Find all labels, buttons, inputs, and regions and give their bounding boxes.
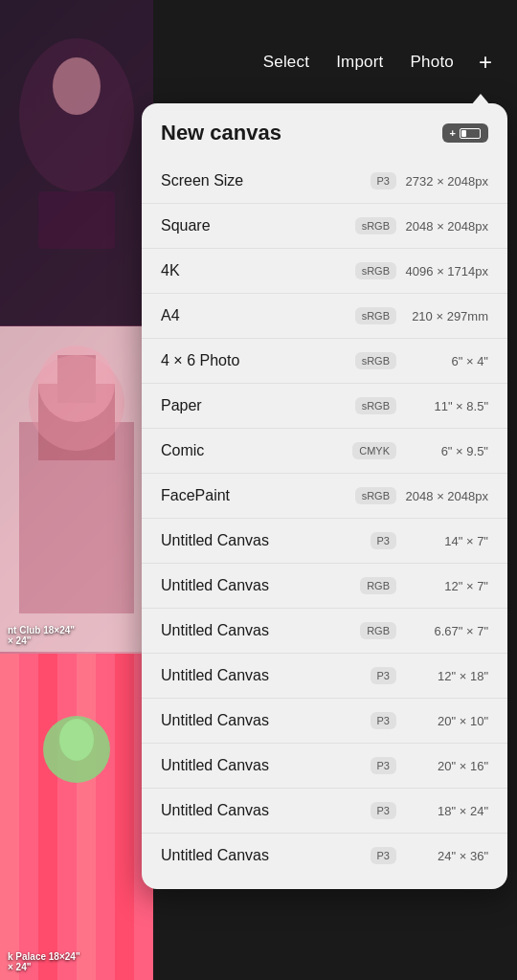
canvas-item-name: Untitled Canvas xyxy=(161,622,360,639)
canvas-item-tags: sRGB210 × 297mm xyxy=(355,307,488,324)
canvas-item-name: Untitled Canvas xyxy=(161,532,371,549)
canvas-list-item[interactable]: Untitled CanvasP324" × 36" xyxy=(142,834,507,878)
canvas-dimensions: 12" × 7" xyxy=(402,579,488,593)
color-space-badge: RGB xyxy=(360,622,396,639)
canvas-dimensions: 6" × 4" xyxy=(402,354,488,368)
canvas-item-name: Untitled Canvas xyxy=(161,757,371,774)
color-space-badge: sRGB xyxy=(355,352,396,369)
gallery-thumb-3[interactable]: k Palace 18×24"× 24" xyxy=(0,654,153,980)
photo-button[interactable]: Photo xyxy=(399,45,465,79)
dropdown-arrow xyxy=(471,94,490,105)
canvas-item-tags: P320" × 10" xyxy=(371,712,488,729)
svg-point-16 xyxy=(59,719,94,761)
thumb-label-3: k Palace 18×24"× 24" xyxy=(8,951,80,972)
canvas-list-item[interactable]: Untitled CanvasP320" × 16" xyxy=(142,744,507,789)
canvas-list-item[interactable]: 4KsRGB4096 × 1714px xyxy=(142,249,507,294)
canvas-item-tags: sRGB2048 × 2048px xyxy=(355,217,488,234)
color-space-badge: sRGB xyxy=(355,307,396,324)
color-space-badge: P3 xyxy=(371,532,396,549)
svg-rect-13 xyxy=(77,654,96,980)
canvas-item-tags: sRGB2048 × 2048px xyxy=(355,487,488,504)
canvas-item-name: Comic xyxy=(161,442,352,459)
select-button[interactable]: Select xyxy=(252,45,321,79)
canvas-item-name: Untitled Canvas xyxy=(161,577,360,594)
color-space-badge: P3 xyxy=(371,802,396,819)
canvas-dimensions: 4096 × 1714px xyxy=(402,264,488,278)
canvas-list-item[interactable]: Untitled CanvasP318" × 24" xyxy=(142,789,507,834)
color-space-badge: P3 xyxy=(371,667,396,684)
canvas-list-item[interactable]: Screen SizeP32732 × 2048px xyxy=(142,159,507,204)
canvas-dimensions: 6" × 9.5" xyxy=(402,444,488,458)
canvas-item-name: Untitled Canvas xyxy=(161,667,371,684)
svg-rect-14 xyxy=(115,654,134,980)
gallery-background: nt Club 18×24"× 24" k Palace 18×24"× 24" xyxy=(0,0,153,980)
canvas-item-name: A4 xyxy=(161,307,355,324)
canvas-list-item[interactable]: A4sRGB210 × 297mm xyxy=(142,294,507,339)
canvas-dimensions: 20" × 10" xyxy=(402,714,488,728)
canvas-item-name: Paper xyxy=(161,397,355,414)
canvas-item-tags: sRGB4096 × 1714px xyxy=(355,262,488,279)
canvas-dimensions: 14" × 7" xyxy=(402,534,488,548)
canvas-list-item[interactable]: ComicCMYK6" × 9.5" xyxy=(142,429,507,474)
battery-indicator: + xyxy=(442,123,488,143)
canvas-dimensions: 11" × 8.5" xyxy=(402,399,488,413)
canvas-dimensions: 24" × 36" xyxy=(402,849,488,863)
canvas-dimensions: 6.67" × 7" xyxy=(402,624,488,638)
add-canvas-button[interactable]: + xyxy=(469,41,502,83)
canvas-item-name: Square xyxy=(161,217,355,234)
canvas-item-tags: sRGB6" × 4" xyxy=(355,352,488,369)
canvas-item-tags: CMYK6" × 9.5" xyxy=(352,442,488,459)
color-space-badge: RGB xyxy=(360,577,396,594)
canvas-dimensions: 20" × 16" xyxy=(402,759,488,773)
canvas-dimensions: 18" × 24" xyxy=(402,804,488,818)
color-space-badge: sRGB xyxy=(355,262,396,279)
import-button[interactable]: Import xyxy=(325,45,394,79)
color-space-badge: sRGB xyxy=(355,487,396,504)
canvas-dimensions: 2732 × 2048px xyxy=(402,174,488,189)
canvas-item-name: FacePaint xyxy=(161,487,355,504)
color-space-badge: P3 xyxy=(371,847,396,864)
svg-rect-11 xyxy=(0,654,19,980)
color-space-badge: P3 xyxy=(371,712,396,729)
canvas-item-name: Untitled Canvas xyxy=(161,712,371,729)
thumb-label-2: nt Club 18×24"× 24" xyxy=(8,625,75,646)
canvas-item-name: Untitled Canvas xyxy=(161,847,371,864)
canvas-item-tags: P314" × 7" xyxy=(371,532,488,549)
canvas-list-item[interactable]: Untitled CanvasRGB6.67" × 7" xyxy=(142,609,507,654)
canvas-item-name: 4 × 6 Photo xyxy=(161,352,355,369)
svg-rect-2 xyxy=(38,191,115,249)
canvas-item-tags: P324" × 36" xyxy=(371,847,488,864)
canvas-item-tags: sRGB11" × 8.5" xyxy=(355,397,488,414)
svg-point-9 xyxy=(38,345,115,422)
canvas-dimensions: 210 × 297mm xyxy=(402,309,488,323)
color-space-badge: sRGB xyxy=(355,217,396,234)
battery-body xyxy=(460,128,481,139)
canvas-list-item[interactable]: 4 × 6 PhotosRGB6" × 4" xyxy=(142,339,507,384)
header: Select Import Photo + xyxy=(0,0,517,96)
canvas-item-name: 4K xyxy=(161,262,355,279)
canvas-dimensions: 2048 × 2048px xyxy=(402,489,488,503)
canvas-item-tags: P320" × 16" xyxy=(371,757,488,774)
new-canvas-panel: New canvas + Screen SizeP32732 × 2048pxS… xyxy=(142,103,507,889)
canvas-list-item[interactable]: Untitled CanvasP312" × 18" xyxy=(142,654,507,699)
gallery-thumb-2[interactable]: nt Club 18×24"× 24" xyxy=(0,326,153,653)
canvas-list-item[interactable]: PapersRGB11" × 8.5" xyxy=(142,384,507,429)
canvas-item-name: Untitled Canvas xyxy=(161,802,371,819)
canvas-list-item[interactable]: Untitled CanvasRGB12" × 7" xyxy=(142,564,507,609)
canvas-list-item[interactable]: SquaresRGB2048 × 2048px xyxy=(142,204,507,249)
canvas-dimensions: 12" × 18" xyxy=(402,669,488,683)
canvas-item-tags: P312" × 18" xyxy=(371,667,488,684)
header-actions: Select Import Photo + xyxy=(252,41,502,83)
color-space-badge: P3 xyxy=(371,172,396,189)
svg-rect-12 xyxy=(38,654,57,980)
canvas-list-item[interactable]: Untitled CanvasP320" × 10" xyxy=(142,699,507,744)
canvas-list-item[interactable]: Untitled CanvasP314" × 7" xyxy=(142,519,507,564)
canvas-item-tags: P318" × 24" xyxy=(371,802,488,819)
color-space-badge: sRGB xyxy=(355,397,396,414)
canvas-list-item[interactable]: FacePaintsRGB2048 × 2048px xyxy=(142,474,507,519)
canvas-dimensions: 2048 × 2048px xyxy=(402,219,488,234)
color-space-badge: CMYK xyxy=(352,442,396,459)
canvas-item-tags: RGB6.67" × 7" xyxy=(360,622,488,639)
panel-header: New canvas + xyxy=(142,103,507,159)
color-space-badge: P3 xyxy=(371,757,396,774)
